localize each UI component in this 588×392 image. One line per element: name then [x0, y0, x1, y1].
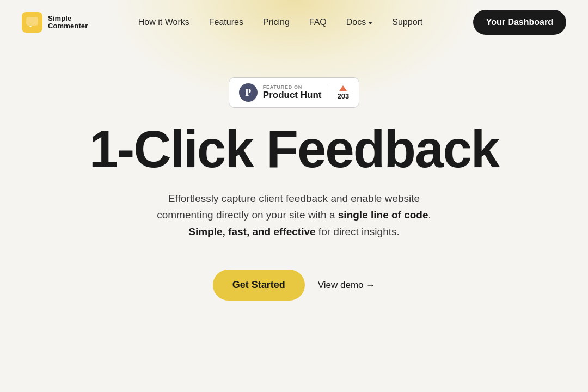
- nav-item-support[interactable]: Support: [392, 17, 422, 27]
- logo-icon: [22, 12, 42, 33]
- nav-item-pricing[interactable]: Pricing: [263, 17, 290, 27]
- upvote-triangle-icon: [339, 85, 347, 91]
- dashboard-button[interactable]: Your Dashboard: [473, 10, 566, 35]
- nav-link-features[interactable]: Features: [209, 17, 243, 27]
- hero-section: P FEATURED ON Product Hunt 203 1-Click F…: [0, 45, 588, 301]
- nav-link-support[interactable]: Support: [392, 17, 422, 27]
- nav-item-docs[interactable]: Docs: [346, 17, 372, 27]
- subtitle-text-2: .: [428, 209, 431, 220]
- product-hunt-logo: P: [239, 83, 258, 102]
- product-hunt-badge[interactable]: P FEATURED ON Product Hunt 203: [229, 77, 359, 108]
- nav-link-docs[interactable]: Docs: [346, 17, 372, 27]
- hero-subtitle: Effortlessly capture client feedback and…: [142, 191, 446, 240]
- get-started-button[interactable]: Get Started: [213, 270, 305, 301]
- cta-group: Get Started View demo →: [213, 270, 376, 301]
- hero-headline: 1-Click Feedback: [89, 123, 499, 175]
- nav-item-features[interactable]: Features: [209, 17, 243, 27]
- nav-item-faq[interactable]: FAQ: [309, 17, 327, 27]
- nav-links: How it Works Features Pricing FAQ Docs S…: [138, 17, 423, 27]
- logo-link[interactable]: Simple Commenter: [22, 12, 88, 33]
- chevron-down-icon: [368, 22, 372, 24]
- view-demo-button[interactable]: View demo →: [318, 280, 376, 291]
- upvote-count: 203: [337, 92, 349, 100]
- product-hunt-featured-on: FEATURED ON: [263, 84, 302, 90]
- svg-rect-0: [27, 17, 38, 25]
- subtitle-text-3: for direct insights.: [316, 226, 400, 237]
- nav-link-pricing[interactable]: Pricing: [263, 17, 290, 27]
- navbar: Simple Commenter How it Works Features P…: [0, 0, 588, 45]
- product-hunt-text: FEATURED ON Product Hunt: [263, 84, 322, 101]
- nav-item-how-it-works[interactable]: How it Works: [138, 17, 189, 27]
- nav-link-how-it-works[interactable]: How it Works: [138, 17, 189, 27]
- subtitle-bold-2: Simple, fast, and effective: [188, 226, 315, 237]
- nav-link-faq[interactable]: FAQ: [309, 17, 327, 27]
- subtitle-bold-1: single line of code: [338, 209, 428, 220]
- logo-text: Simple Commenter: [48, 15, 88, 30]
- product-hunt-upvote: 203: [329, 85, 349, 100]
- product-hunt-name: Product Hunt: [263, 90, 322, 101]
